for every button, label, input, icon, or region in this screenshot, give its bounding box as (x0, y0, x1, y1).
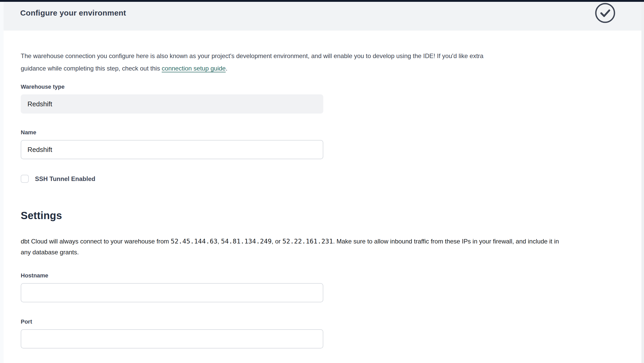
warehouse-type-group: Warehouse type (21, 83, 624, 114)
ip-address-2: 54.81.134.249 (221, 238, 272, 245)
name-input[interactable] (21, 140, 323, 159)
intro-line2: guidance while completing this step, che… (21, 65, 162, 72)
ssh-tunnel-label[interactable]: SSH Tunnel Enabled (35, 175, 95, 183)
panel-body: The warehouse connection you configure h… (4, 50, 641, 348)
ip-allowlist-note: dbt Cloud will always connect to your wa… (21, 236, 624, 258)
hostname-group: Hostname (21, 272, 624, 302)
scrollbar-track[interactable] (641, 2, 644, 363)
port-label: Port (21, 318, 624, 325)
port-input[interactable] (21, 329, 323, 348)
ip-note-sep2: , or (272, 238, 282, 245)
name-label: Name (21, 129, 624, 136)
ip-note-sep1: , (218, 238, 221, 245)
panel-header: Configure your environment (4, 2, 641, 31)
hostname-label: Hostname (21, 272, 624, 279)
warehouse-type-label: Warehouse type (21, 83, 624, 90)
environment-config-panel: Configure your environment The warehouse… (4, 2, 641, 363)
page-gutter-left (0, 2, 4, 363)
page-title: Configure your environment (20, 9, 126, 17)
port-group: Port (21, 318, 624, 348)
ssh-tunnel-checkbox[interactable] (21, 175, 29, 183)
ip-note-part2-line2: any database grants. (21, 249, 79, 256)
name-group: Name (21, 129, 624, 159)
ip-note-part2-line1: . Make sure to allow inbound traffic fro… (333, 238, 559, 245)
ip-address-3: 52.22.161.231 (282, 238, 333, 245)
top-accent-bar (0, 0, 644, 2)
connection-setup-guide-link[interactable]: connection setup guide (162, 65, 226, 72)
ip-note-part1: dbt Cloud will always connect to your wa… (21, 238, 171, 245)
intro-after-link: . (226, 65, 227, 72)
intro-line1: The warehouse connection you configure h… (21, 52, 483, 59)
settings-heading: Settings (21, 210, 624, 221)
check-circle-icon (595, 3, 616, 23)
intro-text: The warehouse connection you configure h… (21, 50, 624, 75)
ip-address-1: 52.45.144.63 (171, 238, 218, 245)
ssh-tunnel-row: SSH Tunnel Enabled (21, 175, 624, 183)
warehouse-type-field (21, 94, 323, 114)
hostname-input[interactable] (21, 283, 323, 302)
